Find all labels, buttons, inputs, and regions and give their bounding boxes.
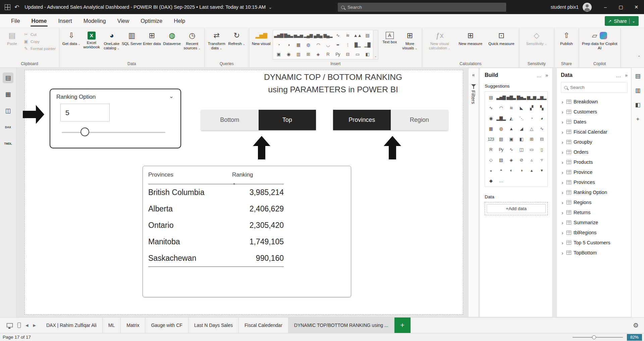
ribbon-button[interactable]: ↻ Refresh xyxy=(227,29,247,46)
table-view-icon[interactable]: ▦ xyxy=(3,89,13,100)
new-page-button[interactable]: + xyxy=(394,318,411,333)
visual-type-icon[interactable]: ◉ xyxy=(489,116,492,121)
toggle-button[interactable]: Bottom xyxy=(201,110,259,130)
menu-item[interactable]: File xyxy=(5,14,26,28)
visual-type-icon[interactable]: ≋ xyxy=(509,105,513,110)
visual-type-icon[interactable]: ◆ xyxy=(489,178,492,183)
chevron-right-icon[interactable]: › xyxy=(561,159,564,165)
chevron-right-icon[interactable]: › xyxy=(561,99,564,105)
ribbon-button[interactable]: ⊡ Quick measure xyxy=(486,29,517,46)
visual-type-icon[interactable]: ▲▲ xyxy=(354,33,362,38)
arrow-shape-up-provinces[interactable] xyxy=(384,136,401,159)
field-item[interactable]: › Returns xyxy=(561,207,628,217)
ranking-table-visual[interactable]: Provinces Ranking ▼ British Columbia 3,9… xyxy=(143,166,351,297)
visual-type-icon[interactable]: R xyxy=(489,147,492,152)
visual-type-icon[interactable]: ⊟ xyxy=(346,52,349,57)
visual-type-icon[interactable]: ▤ xyxy=(499,137,503,142)
visual-type-icon[interactable]: ⊞ xyxy=(530,137,533,142)
format-pane-icon[interactable]: ◧ xyxy=(635,101,640,108)
field-item[interactable]: › tblRegions xyxy=(561,228,628,238)
share-dropdown-icon[interactable]: ⌄ xyxy=(632,19,635,23)
visual-type-icon[interactable]: Py xyxy=(335,52,340,57)
toggle-button[interactable]: Provinces xyxy=(333,110,391,130)
tmdl-view-icon[interactable]: TMDL xyxy=(3,138,13,149)
prev-page-icon[interactable]: ◀ xyxy=(25,323,28,328)
visual-type-icon[interactable]: ▄▆▄ xyxy=(314,33,322,38)
visual-type-icon[interactable]: ◭ xyxy=(509,116,513,121)
visual-type-icon[interactable]: ▆▂▆ xyxy=(527,95,536,100)
visual-type-icon[interactable]: ◉ xyxy=(287,52,290,57)
zoom-slider[interactable] xyxy=(573,337,623,338)
visual-type-icon[interactable]: ◑ xyxy=(520,168,523,173)
field-item[interactable]: › Regions xyxy=(561,197,628,207)
data-pane-icon[interactable]: ▤ xyxy=(635,72,640,80)
undo-icon[interactable]: ↶ xyxy=(14,4,19,11)
desktop-view-icon[interactable] xyxy=(7,323,13,327)
menu-item[interactable]: Help xyxy=(168,14,191,28)
report-view-icon[interactable]: ▤ xyxy=(3,72,13,83)
sensitivity-button[interactable]: ◇ Sensitivity xyxy=(521,29,552,46)
visual-type-icon[interactable]: ▭ xyxy=(356,52,359,57)
table-row[interactable]: Manitoba 1,749,105 xyxy=(148,234,284,250)
visual-type-icon[interactable]: ▾ xyxy=(541,168,543,173)
field-item[interactable]: › Products xyxy=(561,157,628,167)
visual-type-icon[interactable]: ▯ xyxy=(541,147,543,152)
visual-type-icon[interactable]: … xyxy=(499,178,503,183)
visual-type-icon[interactable]: ▂▄▆ xyxy=(304,33,313,38)
page-tab[interactable]: Gauge with CF xyxy=(145,318,188,333)
visual-type-icon[interactable]: ▧ xyxy=(499,157,503,162)
column-header-provinces[interactable]: Provinces xyxy=(148,172,232,184)
report-title-textbox[interactable]: DYNAMIC TOP / BOTTOM RANKING using PARAM… xyxy=(199,71,467,96)
visual-type-icon[interactable]: ▞ xyxy=(530,105,533,110)
slicer-handle[interactable] xyxy=(80,128,89,136)
page-tab[interactable]: DYNAMIC TOP/BOTTOM RANKING using ... xyxy=(288,318,394,333)
visual-type-icon[interactable]: ∿ xyxy=(489,105,492,110)
mobile-view-icon[interactable] xyxy=(17,323,21,328)
ribbon-button[interactable]: ⇄ Transform data xyxy=(207,29,227,51)
visual-type-icon[interactable]: ◧ xyxy=(365,52,369,57)
more-visuals-button[interactable]: ⊞ More visuals xyxy=(400,29,420,51)
user-name[interactable]: student pbix1 xyxy=(551,4,579,10)
visual-type-icon[interactable]: ▤ xyxy=(365,33,369,38)
visual-type-icon[interactable]: ◑ xyxy=(287,42,289,47)
visual-type-icon[interactable]: ▣ xyxy=(509,137,513,142)
fields-search-input[interactable] xyxy=(570,85,624,90)
field-item[interactable]: › Province xyxy=(561,167,628,177)
gallery-expand-button[interactable]: ⌄ xyxy=(373,30,378,59)
visual-type-icon[interactable]: 123 xyxy=(488,137,494,142)
visual-type-icon[interactable]: △ xyxy=(530,126,533,131)
ribbon-button[interactable]: ▥ SQL Server xyxy=(122,29,142,46)
chevron-right-icon[interactable]: › xyxy=(561,149,564,155)
visual-type-icon[interactable]: ▴ xyxy=(531,168,533,173)
visual-type-icon[interactable]: ◢ xyxy=(520,126,523,131)
ribbon-button[interactable]: ◷ Recent sources xyxy=(182,29,202,51)
chevron-right-icon[interactable]: › xyxy=(561,169,564,175)
visual-type-icon[interactable]: ⋱ xyxy=(519,116,523,121)
visual-type-icon[interactable]: ▿ xyxy=(541,157,543,162)
visual-type-icon[interactable]: ◍ xyxy=(307,42,310,47)
more-options-icon[interactable]: … xyxy=(536,72,541,78)
text-box-button[interactable]: A Text box xyxy=(380,29,400,44)
visual-type-icon[interactable]: ▃▅▇ xyxy=(274,33,283,38)
page-tab[interactable]: ML xyxy=(103,318,121,333)
visual-type-icon[interactable]: ◔ xyxy=(277,42,280,47)
clipboard-small-button[interactable]: ✂ Cut xyxy=(23,32,56,37)
settings-gear-icon[interactable]: ⚙ xyxy=(633,318,644,333)
menu-item[interactable]: Home xyxy=(26,14,53,28)
visual-type-icon[interactable]: ∿ xyxy=(540,126,543,131)
arrow-shape-up-top[interactable] xyxy=(253,136,270,159)
build-pane-icon[interactable]: ▥ xyxy=(635,87,640,94)
visual-type-icon[interactable]: ∿ xyxy=(336,33,339,38)
chevron-right-icon[interactable]: › xyxy=(561,250,564,256)
visual-type-icon[interactable]: ◕ xyxy=(540,116,543,121)
field-item[interactable]: › Customers xyxy=(561,107,628,117)
fields-search[interactable] xyxy=(561,82,628,93)
visual-type-icon[interactable]: ≋ xyxy=(346,33,349,38)
column-header-ranking[interactable]: Ranking ▼ xyxy=(232,172,284,184)
visual-type-icon[interactable]: ▦ xyxy=(489,126,493,131)
visual-type-icon[interactable]: ◍ xyxy=(499,126,502,131)
visual-type-icon[interactable]: ▅▇▃ xyxy=(506,95,516,100)
ribbon-collapse-icon[interactable]: ⌃ xyxy=(638,55,641,59)
visual-type-icon[interactable]: ◈ xyxy=(317,52,320,57)
field-item[interactable]: › Groupby xyxy=(561,137,628,147)
